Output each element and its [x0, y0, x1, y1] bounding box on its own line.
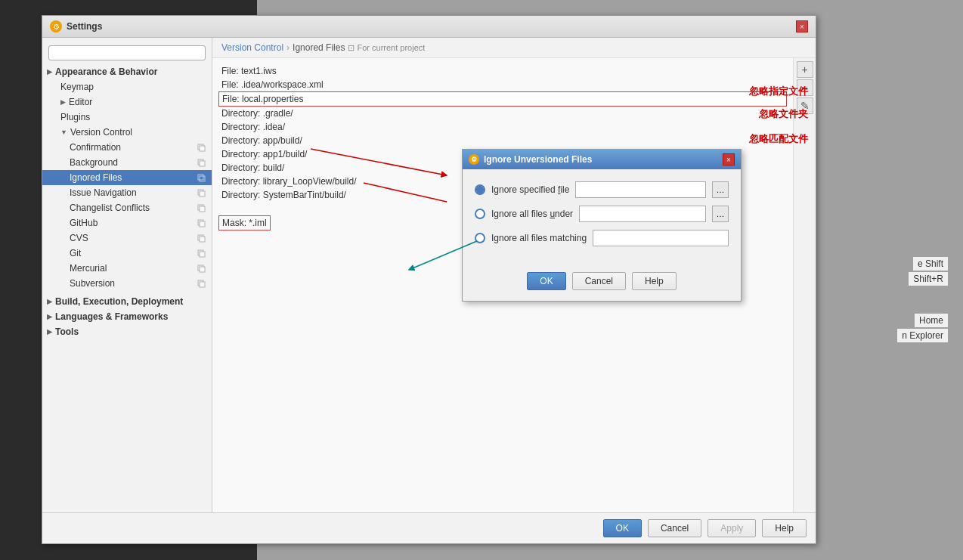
expand-arrow: ▶ [60, 98, 66, 106]
dialog-title-text: Ignore Unversioned Files [484, 154, 592, 165]
ignore-dialog: ⚙ Ignore Unversioned Files × Ignore spec… [462, 149, 742, 302]
help-button[interactable]: Help [762, 519, 807, 537]
right-toolbar: + − ✎ [793, 58, 816, 512]
sidebar-item-cvs[interactable]: CVS [42, 230, 212, 246]
sidebar-item-background[interactable]: Background [42, 155, 212, 170]
dialog-body: Ignore specified file … Ignore all files… [463, 169, 741, 266]
ignore-file-label: Ignore specified file [491, 184, 569, 195]
ignore-matching-radio[interactable] [475, 233, 485, 243]
window-title: Settings [67, 21, 102, 32]
sidebar-item-editor[interactable]: ▶ Editor [42, 94, 212, 110]
remove-button[interactable]: − [797, 79, 813, 96]
dialog-ok-button[interactable]: OK [527, 272, 565, 290]
sidebar-item-mercurial[interactable]: Mercurial [42, 261, 212, 276]
edit-button[interactable]: ✎ [797, 97, 813, 114]
file-list-item[interactable]: Directory: .gradle/ [218, 107, 787, 120]
sidebar: ▶ Appearance & Behavior Keymap ▶ Editor … [42, 38, 212, 512]
svg-rect-9 [200, 206, 205, 212]
sidebar-label: CVS [70, 233, 88, 243]
file-list-item[interactable]: Directory: .idea/ [218, 120, 787, 134]
svg-rect-1 [200, 146, 205, 151]
add-button[interactable]: + [797, 61, 813, 78]
copy-icon [197, 264, 206, 273]
ignore-file-row: Ignore specified file … [475, 181, 729, 198]
ignore-under-browse[interactable]: … [712, 206, 729, 222]
sidebar-item-changelist-conflicts[interactable]: Changelist Conflicts [42, 200, 212, 215]
svg-rect-19 [200, 282, 205, 287]
sidebar-label: GitHub [70, 218, 98, 228]
sidebar-item-appearance[interactable]: ▶ Appearance & Behavior [42, 64, 212, 79]
copy-icon [197, 249, 206, 258]
sidebar-item-github[interactable]: GitHub [42, 215, 212, 230]
copy-icon [197, 188, 206, 197]
ignore-file-radio[interactable] [475, 184, 485, 195]
sidebar-item-issue-navigation[interactable]: Issue Navigation [42, 185, 212, 200]
ignore-matching-input[interactable] [593, 230, 729, 246]
copy-icon [197, 279, 206, 288]
svg-rect-15 [200, 252, 205, 257]
sidebar-label: Tools [55, 326, 79, 337]
settings-icon: ⚙ [50, 20, 62, 32]
sidebar-item-subversion[interactable]: Subversion [42, 276, 212, 291]
dialog-cancel-button[interactable]: Cancel [572, 272, 626, 290]
svg-rect-3 [200, 161, 205, 166]
sidebar-label: Issue Navigation [70, 187, 137, 198]
sidebar-item-confirmation[interactable]: Confirmation [42, 140, 212, 155]
sidebar-label: Editor [69, 97, 92, 107]
file-list-item-highlighted[interactable]: File: local.properties [218, 91, 787, 107]
sidebar-item-keymap[interactable]: Keymap [42, 79, 212, 94]
dialog-title-left: ⚙ Ignore Unversioned Files [469, 154, 592, 165]
ignore-file-input[interactable] [575, 181, 706, 198]
expand-arrow: ▶ [47, 298, 52, 305]
sidebar-label: Plugins [60, 112, 90, 122]
breadcrumb-link-version-control[interactable]: Version Control [221, 42, 283, 53]
apply-button[interactable]: Apply [708, 519, 756, 537]
ignore-file-browse[interactable]: … [712, 181, 729, 198]
expand-arrow: ▼ [60, 128, 67, 136]
ignore-under-radio[interactable] [475, 209, 485, 219]
shortcut-label-home: Home [915, 314, 948, 327]
sidebar-label: Confirmation [70, 142, 121, 153]
sidebar-item-languages-frameworks[interactable]: ▶ Languages & Frameworks [42, 309, 212, 324]
ok-button[interactable]: OK [603, 519, 642, 537]
sidebar-item-plugins[interactable]: Plugins [42, 110, 212, 125]
svg-rect-13 [200, 237, 205, 242]
dialog-icon: ⚙ [469, 154, 479, 165]
svg-rect-11 [200, 221, 205, 227]
sidebar-item-version-control[interactable]: ▼ Version Control [42, 125, 212, 140]
cancel-button[interactable]: Cancel [648, 519, 701, 537]
sidebar-item-ignored-files[interactable]: Ignored Files [42, 170, 212, 185]
bottom-bar: OK Cancel Apply Help [42, 512, 816, 543]
copy-icon [197, 203, 206, 212]
sidebar-label: Build, Execution, Deployment [55, 296, 183, 307]
settings-window: ⚙ Settings × ▶ Appearance & Behavior Key… [42, 15, 816, 544]
svg-rect-17 [200, 267, 205, 272]
sidebar-label: Git [70, 248, 81, 258]
project-tag: ⊡ For current project [348, 43, 425, 53]
ignore-under-input[interactable] [579, 206, 706, 222]
copy-icon [197, 143, 206, 152]
file-list-item[interactable]: File: .idea/workspace.xml [218, 78, 787, 91]
breadcrumb: Version Control › Ignored Files ⊡ For cu… [212, 38, 816, 58]
file-list-item[interactable]: Directory: app/build/ [218, 134, 787, 147]
mask-item[interactable]: Mask: *.iml [218, 215, 271, 230]
dialog-buttons: OK Cancel Help [463, 266, 741, 301]
sidebar-item-tools[interactable]: ▶ Tools [42, 324, 212, 339]
expand-arrow: ▶ [47, 68, 52, 76]
sidebar-label: Languages & Frameworks [55, 311, 168, 322]
dialog-help-button[interactable]: Help [632, 272, 677, 290]
dialog-close-button[interactable]: × [723, 153, 735, 166]
file-list-item[interactable]: File: text1.iws [218, 64, 787, 78]
search-input[interactable] [48, 45, 206, 60]
sidebar-item-git[interactable]: Git [42, 246, 212, 261]
sidebar-item-build-execution[interactable]: ▶ Build, Execution, Deployment [42, 294, 212, 309]
expand-arrow: ▶ [47, 313, 52, 320]
shortcut-label-shiftr: Shift+R [909, 272, 948, 286]
shortcut-label-explorer: n Explorer [897, 329, 948, 342]
svg-rect-7 [200, 191, 205, 196]
close-button[interactable]: × [796, 20, 808, 32]
shortcut-label-shift: e Shift [913, 257, 948, 271]
editor-content [0, 0, 257, 15]
title-bar: ⚙ Settings × [42, 16, 816, 38]
ignore-under-label: Ignore all files under [491, 209, 573, 219]
